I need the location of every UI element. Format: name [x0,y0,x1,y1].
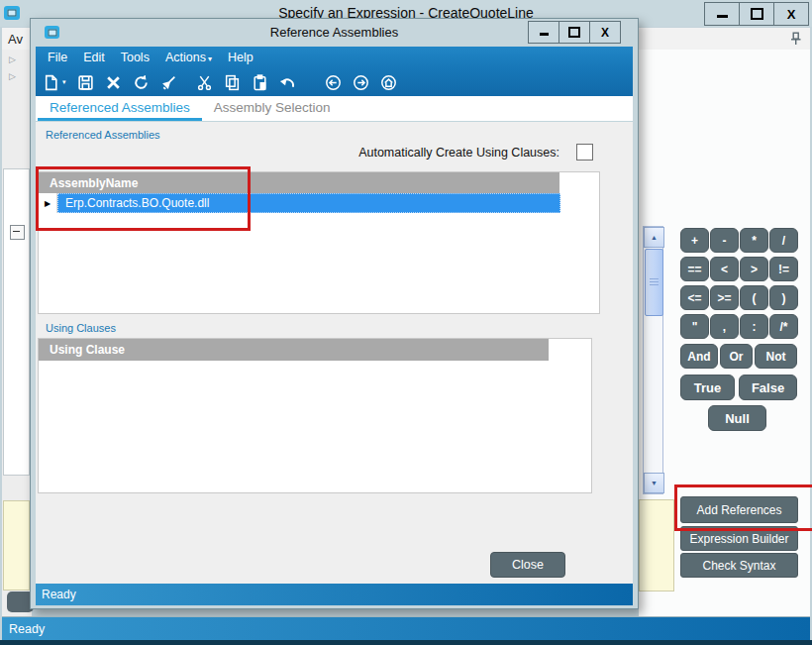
minimize-icon [717,15,728,18]
pin-icon[interactable] [790,32,802,46]
tab-assembly-selection[interactable]: Assembly Selection [202,96,343,121]
op-gt-button[interactable]: > [740,257,768,281]
op-neq-button[interactable]: != [769,257,798,281]
op-lt-button[interactable]: < [710,257,739,281]
menu-edit[interactable]: Edit [75,51,113,64]
close-icon: X [787,8,796,21]
and-button[interactable]: And [680,344,718,369]
window-status-bar: Ready [2,616,810,640]
not-button[interactable]: Not [755,344,797,369]
check-syntax-button[interactable]: Check Syntax [680,553,798,578]
chevron-down-icon: ▾ [208,54,212,63]
op-rparen-button[interactable]: ) [769,285,798,310]
close-button[interactable]: X [773,2,809,26]
delete-icon[interactable] [105,74,122,91]
auto-create-using-clauses-label: Automatically Create Using Clauses: [358,146,559,160]
background-syntax-panel-right [639,499,674,591]
using-clauses-grid: Using Clause [38,338,592,493]
scrollbar-thumb[interactable] [645,249,663,316]
close-dialog-button[interactable]: Close [490,552,565,578]
dialog-status-bar: Ready [36,584,633,605]
save-icon[interactable] [77,74,94,91]
available-panel-label: Av [8,32,23,47]
close-icon: X [601,27,609,39]
op-lte-button[interactable]: <= [680,285,709,310]
screen: Specify an Expression - CreateQuoteLine … [0,0,812,645]
auto-create-using-clauses-checkbox[interactable] [576,144,593,161]
background-tree-panel [3,168,30,476]
op-lparen-button[interactable]: ( [740,285,768,310]
dialog-toolbar: ▾ [36,68,633,96]
vertical-scrollbar[interactable]: ▲ ▼ [643,226,663,494]
tree-expander-icon[interactable]: ▷ [9,71,16,81]
scroll-up-button[interactable]: ▲ [644,227,664,248]
null-button[interactable]: Null [708,405,766,431]
reference-assemblies-dialog: Reference Assemblies X File Edit Tools A… [30,18,639,609]
maximize-icon [568,27,580,38]
minimize-button[interactable] [704,2,740,26]
op-eq-button[interactable]: == [680,257,709,281]
maximize-icon [751,8,763,20]
menu-actions[interactable]: Actions▾ [157,51,220,64]
true-button[interactable]: True [680,375,735,400]
op-plus-button[interactable]: + [680,228,709,253]
new-document-icon[interactable] [43,74,59,91]
menu-help[interactable]: Help [220,51,261,64]
forward-icon[interactable] [353,74,369,91]
dialog-maximize-button[interactable] [558,21,590,44]
home-icon[interactable] [380,74,397,91]
op-comma-button[interactable]: , [710,314,739,339]
background-syntax-panel [3,500,30,591]
undo-icon[interactable] [279,74,296,91]
maximize-button[interactable] [739,2,774,26]
annotation-red-box-assembly-grid [36,166,251,231]
using-clauses-label: Using Clauses [46,322,116,334]
op-comment-button[interactable]: /* [769,314,798,339]
cut-icon[interactable] [196,74,213,91]
minimize-icon [540,33,549,36]
dialog-close-button[interactable]: X [589,21,621,44]
background-left-panel: ▷ ▷ [2,50,32,616]
dialog-minimize-button[interactable] [528,21,559,44]
scroll-down-button[interactable]: ▼ [644,473,664,493]
refresh-icon[interactable] [133,74,150,91]
tab-referenced-assemblies[interactable]: Referenced Assemblies [38,96,202,121]
dialog-tabstrip: Referenced Assemblies Assembly Selection [36,96,633,122]
chevron-down-icon[interactable]: ▾ [62,78,66,86]
op-colon-button[interactable]: : [740,314,768,339]
op-mult-button[interactable]: * [740,228,768,253]
paste-icon[interactable] [252,74,268,91]
op-quote-button[interactable]: " [680,314,709,339]
op-div-button[interactable]: / [769,228,798,253]
op-minus-button[interactable]: - [710,228,739,253]
or-button[interactable]: Or [720,344,753,369]
copy-icon[interactable] [224,74,241,91]
clear-broom-icon[interactable] [160,74,177,91]
using-clauses-grid-header: Using Clause [39,339,549,361]
annotation-red-box-add-references [674,484,812,531]
tree-collapse-icon[interactable] [10,225,25,240]
false-button[interactable]: False [739,375,797,400]
window-bottom-border [0,640,812,645]
op-gte-button[interactable]: >= [710,285,739,310]
tree-expander-icon[interactable]: ▷ [9,54,16,64]
menu-file[interactable]: File [40,51,75,64]
referenced-assemblies-label: Referenced Assemblies [46,129,160,141]
back-icon[interactable] [325,74,342,91]
dialog-menubar: File Edit Tools Actions▾ Help [36,47,633,68]
menu-tools[interactable]: Tools [113,51,157,64]
